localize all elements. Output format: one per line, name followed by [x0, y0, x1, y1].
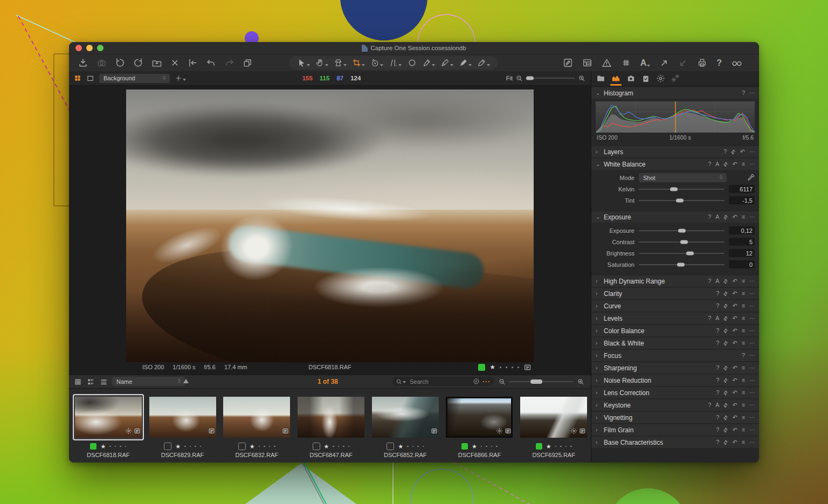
saturation-slider[interactable]: [639, 264, 724, 265]
white-balance-picker-icon[interactable]: [731, 174, 755, 182]
section-header-focus[interactable]: ›Focus ?···: [591, 350, 759, 361]
more-icon[interactable]: ···: [749, 162, 755, 167]
search-field[interactable]: ···: [392, 377, 494, 386]
delete-icon[interactable]: [170, 58, 180, 67]
section-header-exposure[interactable]: ⌄ Exposure ? A ⇄ ↶ ≡ ···: [591, 211, 759, 223]
rating-dot[interactable]: [512, 367, 513, 368]
help-icon[interactable]: ?: [716, 415, 719, 420]
brightness-value[interactable]: 12: [729, 249, 755, 257]
presets-icon[interactable]: ≡: [742, 439, 745, 445]
move-to-folder-icon[interactable]: [151, 58, 162, 68]
help-icon[interactable]: ?: [716, 365, 719, 371]
exposure-warning-icon[interactable]: [602, 58, 612, 68]
pan-tool[interactable]: [315, 58, 328, 67]
erase-mask-tool[interactable]: [440, 58, 453, 67]
help-icon[interactable]: ?: [708, 402, 711, 408]
copy-adjustments-icon[interactable]: ⇄: [722, 161, 729, 168]
fill-mask-tool[interactable]: [459, 58, 472, 67]
tab-settings-gear-icon[interactable]: [656, 71, 665, 86]
annotations-icon[interactable]: A: [640, 58, 651, 68]
contrast-slider[interactable]: [639, 241, 724, 243]
auto-adjust-icon[interactable]: A: [715, 278, 719, 284]
reset-icon[interactable]: ↶: [733, 161, 737, 167]
more-icon[interactable]: ···: [749, 279, 755, 284]
star-rating[interactable]: ★: [489, 363, 519, 371]
rating-dot[interactable]: [500, 367, 501, 368]
search-icon[interactable]: [396, 378, 406, 385]
presets-icon[interactable]: ≡: [742, 402, 745, 408]
draw-mask-tool[interactable]: [422, 58, 435, 67]
reset-adjustments-icon[interactable]: [188, 58, 198, 68]
reset-icon[interactable]: ↶: [733, 427, 737, 433]
add-layer-button[interactable]: [175, 74, 186, 82]
rating-dot[interactable]: [506, 367, 507, 368]
star-icon[interactable]: ★: [324, 443, 329, 450]
auto-adjust-icon[interactable]: A: [715, 402, 719, 408]
copy-adjustments-icon[interactable]: ⇄: [722, 278, 729, 285]
crop-tool[interactable]: [352, 58, 365, 67]
thumbnail-item[interactable]: ★ DSCF6818.RAF: [71, 394, 146, 462]
more-icon[interactable]: ···: [749, 390, 755, 396]
color-tag-none[interactable]: [387, 443, 394, 450]
presets-icon[interactable]: ≡: [742, 415, 745, 420]
presets-icon[interactable]: ≡: [742, 278, 745, 284]
more-icon[interactable]: ···: [749, 427, 755, 433]
reset-icon[interactable]: ↶: [733, 328, 737, 334]
reset-icon[interactable]: ↶: [733, 390, 737, 396]
gradient-mask-tool[interactable]: [477, 58, 490, 67]
section-header-curve[interactable]: ›Curve ?⇄↶≡···: [591, 300, 759, 312]
help-icon[interactable]: ?: [708, 161, 711, 167]
reset-icon[interactable]: ↶: [733, 315, 737, 321]
star-icon[interactable]: ★: [100, 443, 106, 450]
single-view-icon[interactable]: [86, 74, 94, 82]
section-header-clarity[interactable]: ›Clarity ?⇄↶≡···: [591, 288, 759, 299]
copy-adjustments-icon[interactable]: ⇄: [722, 290, 729, 297]
tab-capture-camera-icon[interactable]: [626, 71, 636, 86]
import-images-icon[interactable]: [78, 58, 88, 68]
help-icon[interactable]: ?: [716, 328, 719, 334]
star-icon[interactable]: ★: [250, 443, 255, 450]
tab-library-folder-icon[interactable]: [596, 71, 605, 86]
edit-variants-icon[interactable]: [563, 58, 573, 68]
thumb-zoom-in-icon[interactable]: [577, 378, 584, 385]
import-back-icon[interactable]: [678, 58, 688, 68]
presets-icon[interactable]: ≡: [742, 291, 745, 296]
metadata-note-icon[interactable]: [523, 363, 532, 371]
copy-adjustments-icon[interactable]: ⇄: [722, 439, 729, 446]
copy-apply-adjustments-icon[interactable]: [243, 58, 253, 68]
reset-icon[interactable]: ↶: [733, 291, 737, 296]
sort-ascending-icon[interactable]: [183, 379, 189, 383]
thumbnail-size-slider[interactable]: [509, 381, 573, 382]
help-icon[interactable]: ?: [724, 149, 727, 155]
thumbnail-item[interactable]: ★ DSCF6829.RAF: [146, 394, 220, 462]
copy-adjustments-icon[interactable]: ⇄: [722, 389, 729, 396]
reset-icon[interactable]: ↶: [733, 303, 737, 309]
tab-metadata-clipboard-icon[interactable]: [641, 71, 650, 86]
spot-removal-tool[interactable]: [408, 58, 417, 67]
help-icon[interactable]: ?: [708, 214, 711, 220]
zoom-in-icon[interactable]: [578, 74, 585, 82]
loupe-tool[interactable]: [334, 58, 347, 67]
section-header-keystone[interactable]: ›Keystone ?A⇄↶≡···: [591, 399, 759, 411]
more-icon[interactable]: ···: [749, 415, 755, 420]
help-icon[interactable]: ?: [716, 439, 719, 445]
undo-icon[interactable]: [206, 58, 216, 68]
copy-adjustments-icon[interactable]: ⇄: [722, 302, 729, 309]
more-icon[interactable]: ···: [749, 365, 755, 371]
kelvin-value[interactable]: 6117: [729, 185, 755, 193]
clear-search-icon[interactable]: [473, 378, 480, 385]
thumbnail-item[interactable]: ★ DSCF6866.RAF: [443, 394, 517, 462]
list-view-icon[interactable]: [87, 378, 95, 386]
help-icon[interactable]: ?: [708, 278, 711, 284]
rotate-right-icon[interactable]: [133, 58, 143, 68]
presets-icon[interactable]: ≡: [742, 427, 745, 433]
select-tool[interactable]: [297, 58, 310, 67]
reset-icon[interactable]: ↶: [733, 365, 737, 371]
more-icon[interactable]: ···: [749, 91, 755, 96]
star-icon[interactable]: ★: [398, 443, 403, 450]
zoom-out-icon[interactable]: [515, 74, 523, 82]
color-tag-none[interactable]: [164, 443, 171, 450]
copy-adjustments-icon[interactable]: ⇄: [722, 402, 729, 409]
thumbnail-item[interactable]: ★ DSCF6925.RAF: [516, 394, 591, 462]
copy-adjustments-icon[interactable]: ⇄: [730, 148, 737, 155]
